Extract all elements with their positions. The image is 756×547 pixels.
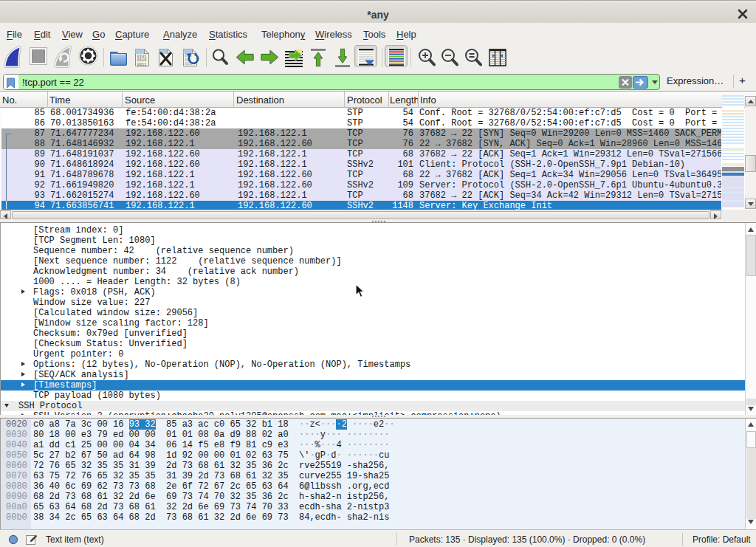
svg-text:0011: 0011 — [137, 63, 147, 67]
